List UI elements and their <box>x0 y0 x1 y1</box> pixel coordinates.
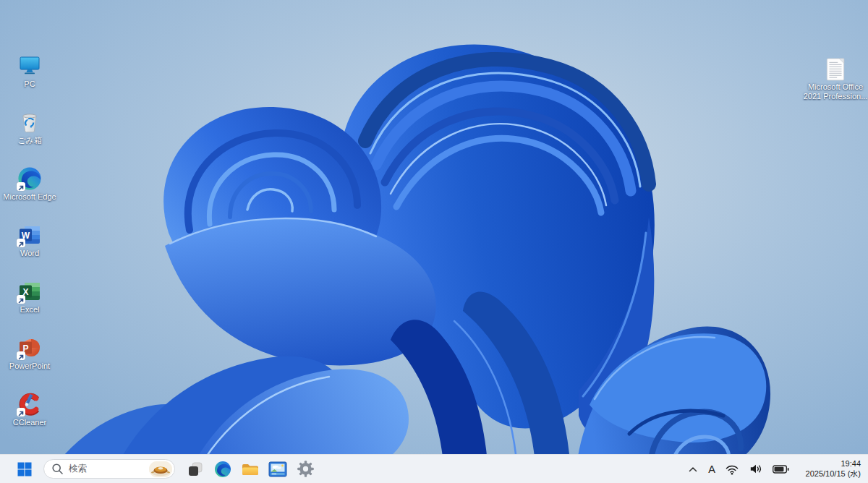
image-viewer-icon <box>268 461 287 477</box>
shortcut-arrow-icon <box>17 182 25 191</box>
desktop-icon-label: Excel <box>20 305 40 315</box>
desktop-icon-label-line2: 2021 Profession... <box>804 92 868 101</box>
desktop: PC <box>0 0 868 483</box>
shortcut-arrow-icon <box>17 295 25 304</box>
desktop-icon-ccleaner[interactable]: CCleaner <box>1 392 58 448</box>
taskbar-left-group: 検索 <box>0 457 318 482</box>
desktop-icon-label-line1: Microsoft Office <box>808 82 863 92</box>
clock-time: 19:44 <box>797 459 861 469</box>
system-tray: A <box>686 458 868 480</box>
start-button[interactable] <box>12 457 38 482</box>
clock[interactable]: 19:44 2025/10/15 (水) <box>797 459 861 479</box>
chevron-up-icon <box>687 464 699 474</box>
recycle-bin-icon <box>17 110 42 134</box>
desktop-icon-column: PC <box>1 54 58 448</box>
text-document-icon <box>826 58 845 81</box>
shortcut-arrow-icon <box>17 408 25 416</box>
desktop-icon-word[interactable]: W Word <box>1 223 58 279</box>
settings-button[interactable] <box>292 457 318 482</box>
wifi-button[interactable] <box>723 458 741 480</box>
volume-button[interactable] <box>747 458 765 480</box>
folder-icon <box>241 461 260 478</box>
desktop-icon-recycle-bin[interactable]: ごみ箱 <box>1 110 58 166</box>
clock-date: 2025/10/15 (水) <box>797 469 861 479</box>
pc-monitor-icon <box>17 54 42 78</box>
shortcut-arrow-icon <box>17 351 25 360</box>
taskbar-edge-button[interactable] <box>210 457 236 482</box>
desktop-icon-powerpoint[interactable]: P PowerPoint <box>1 335 58 392</box>
desktop-icon-excel[interactable]: X Excel <box>1 279 58 335</box>
pie-photo-icon <box>149 461 172 477</box>
taskbar: 検索 <box>0 454 868 483</box>
speaker-icon <box>749 463 763 475</box>
desktop-icon-label: ごみ箱 <box>17 136 42 145</box>
battery-icon <box>773 464 789 474</box>
search-placeholder: 検索 <box>69 463 144 475</box>
edge-icon <box>214 461 231 478</box>
windows-logo-icon <box>17 462 32 476</box>
task-view-button[interactable] <box>182 457 208 482</box>
image-viewer-button[interactable] <box>265 457 291 482</box>
desktop-icon-label: PowerPoint <box>9 362 50 371</box>
search-highlight-image[interactable] <box>149 461 172 477</box>
desktop-icon-label: Word <box>20 249 39 258</box>
ime-mode-indicator[interactable]: A <box>707 458 717 480</box>
file-explorer-button[interactable] <box>237 457 263 482</box>
desktop-icon-label: CCleaner <box>13 418 46 427</box>
tray-chevron-button[interactable] <box>686 458 700 480</box>
desktop-icon-edge[interactable]: Microsoft Edge <box>1 166 58 223</box>
shortcut-arrow-icon <box>17 239 25 247</box>
battery-button[interactable] <box>771 458 791 480</box>
windows-bloom-wallpaper <box>0 0 868 483</box>
desktop-icon-label: PC <box>24 80 35 89</box>
gear-icon <box>297 460 315 478</box>
desktop-icon-pc[interactable]: PC <box>1 54 58 110</box>
search-box[interactable]: 検索 <box>43 459 175 479</box>
task-view-icon <box>187 461 204 478</box>
desktop-icon-office-file[interactable]: Microsoft Office 2021 Profession... <box>798 58 868 101</box>
search-icon <box>51 463 64 475</box>
wifi-icon <box>725 463 739 475</box>
desktop-icon-label: Microsoft Edge <box>3 192 56 202</box>
